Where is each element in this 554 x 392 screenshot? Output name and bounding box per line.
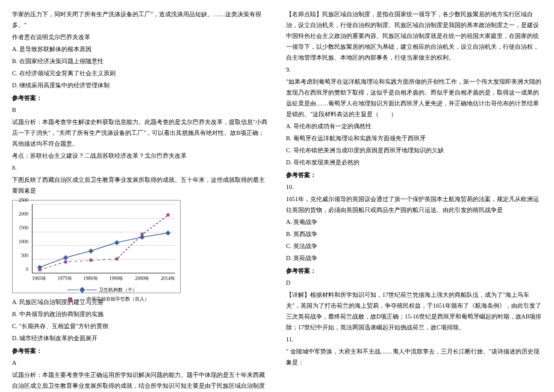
chart-point-icon (141, 233, 144, 236)
q9-option-d: D. 哥伦布发现美洲是必然的 (286, 157, 542, 168)
x-tick: 1975年 (58, 275, 72, 283)
q7-answer: B (12, 105, 268, 116)
q9-option-a: A. 哥伦布的成功有一定的偶然性 (286, 121, 542, 132)
y-tick: 1500 (19, 224, 28, 232)
legend-item-1: 卫生机构数（个） (67, 286, 137, 294)
q10-option-b: B. 英西战争 (286, 229, 542, 240)
chart-line-series-2 (33, 204, 175, 273)
q8-number: 8. (12, 163, 268, 173)
q10-answer-label: 参考答案： (286, 266, 542, 276)
x-tick: 1990年 (109, 275, 123, 283)
q9-option-b: B. 葡萄牙在远洋航海理论和实践等方面领先于西班牙 (286, 133, 542, 144)
y-tick: 1000 (19, 238, 28, 246)
q10-option-c: C. 英法战争 (286, 241, 542, 252)
q7-answer-label: 参考答案： (12, 93, 268, 104)
y-tick: 2000 (19, 210, 28, 219)
q7-option-c: C. 在经济领域完全背离了社会主义原则 (12, 68, 268, 79)
q8-text: 下图反映了西藏自治区成立后卫生教育事业发展所取得的成就。五十年来，这些成就取得的… (12, 175, 268, 196)
q11-number: 11. (286, 334, 542, 345)
x-tick: 1965年 (32, 275, 46, 283)
diamond-icon (79, 287, 86, 293)
left-column: 学家的压力下，同时关闭了所有生产洗涤设备的工厂"，造成洗涤用品短缺。……这类决策… (12, 9, 268, 392)
q10-option-a: A. 英葡战争 (286, 217, 542, 228)
q9-text: "如果考虑到葡萄牙在远洋航海理论和实践方面所做的开创性工作，第一个伟大发现即美洲… (286, 76, 542, 120)
q7-option-b: B. 在国家经济决策问题上很随意性 (12, 56, 268, 67)
chart-point-icon (90, 259, 93, 262)
q8-answer: A (12, 358, 268, 369)
right-column: 【名师点睛】民族区域自治制度，是指在国家统一领导下，各少数民族聚居的地方实行区域… (286, 9, 542, 392)
q8-answer-label: 参考答案： (12, 346, 268, 356)
x-tick: 2000年 (135, 275, 149, 283)
chart-y-axis: 2500 2000 1500 1000 500 0 (13, 201, 28, 270)
x-tick: 2014年 (161, 275, 175, 283)
q7-analysis: 试题分析：本题考查学生解读史料获取信息能力。此题考查的是戈尔巴乔夫改革，提取信息… (12, 117, 268, 149)
chart-point-icon (38, 269, 41, 272)
q8-analysis: 试题分析：本题主要考查学生正确运用所学知识解决问题的能力。题干中体现的是五十年来… (12, 370, 268, 392)
q8-option-d: D. 城市经济体制改革的全面展开 (12, 333, 268, 344)
square-icon (68, 297, 72, 302)
q9-number: 9. (286, 64, 542, 75)
q10-number: 10. (286, 182, 542, 193)
q9-answer-label: 参考答案： (286, 170, 542, 181)
q7-kaodian: 考点：苏联社会主义建设？二战后苏联经济改革？戈尔巴乔夫改革 (12, 151, 268, 161)
q7-option-a: A. 是导致苏联解体的根本原因 (12, 44, 268, 55)
q8-option-b: B. 中共领导的政治协商制度的实施 (12, 309, 268, 320)
chart-x-labels: 1965年 1975年 1980年 1990年 2000年 2014年 (32, 275, 175, 283)
q7-intro-2: 作者意在说明戈尔巴乔夫改革 (12, 32, 268, 43)
q7-option-d: D. 继续采用高度集中的经济管理体制 (12, 80, 268, 91)
x-tick: 1980年 (84, 275, 98, 283)
y-tick: 0 (26, 266, 28, 274)
chart-plot (32, 204, 175, 273)
q7-intro-1: 学家的压力下，同时关闭了所有生产洗涤设备的工厂"，造成洗涤用品短缺。……这类决策… (12, 9, 268, 31)
mingshi-note: 【名师点睛】民族区域自治制度，是指在国家统一领导下，各少数民族聚居的地方实行区域… (286, 9, 542, 63)
legend-item-2: 中等学校在校学生数（百人） (55, 295, 149, 303)
chart-point-icon (167, 214, 170, 217)
legend-label: 卫生机构数（个） (99, 286, 137, 294)
q10-text: 1651年，克伦威尔领导的英国议会通过了第一个保护英国本土航海贸易的法案，规定凡… (286, 194, 542, 216)
q8-option-c: C. "长期共存、互相监督"方针的贯彻 (12, 321, 268, 332)
chart: 2500 2000 1500 1000 500 0 (12, 200, 181, 293)
y-tick: 500 (21, 252, 28, 260)
chart-legend: 卫生机构数（个） 中等学校在校学生数（百人） (27, 285, 178, 303)
q9-option-c: C. 哥伦布错把美洲当成印度的原因是西班牙地理知识的欠缺 (286, 145, 542, 156)
y-tick: 2500 (19, 196, 28, 205)
chart-point-icon (64, 260, 67, 263)
q10-answer: D (286, 278, 542, 288)
chart-point-icon (115, 258, 118, 261)
q10-detail: 【详解】根据材料和所学知识可知，17世纪荷兰凭借海上强大的商船队伍，成为了"海上… (286, 290, 542, 333)
legend-label: 中等学校在校学生数（百人） (87, 295, 149, 303)
q10-option-d: D. 英荷战争 (286, 253, 542, 264)
q11-text: " 金陵城中军势涣，大府主和不主战……夷人中流鼓掌去，三月长江断行旅。"该诗描述… (286, 346, 542, 368)
